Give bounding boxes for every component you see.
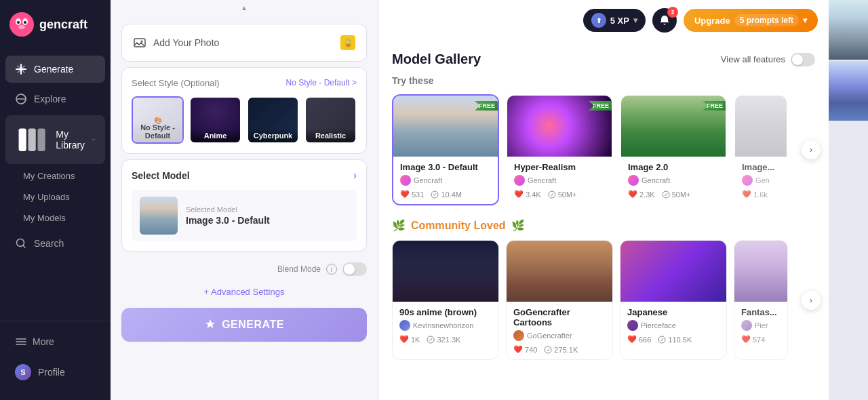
- model-card-hyper-realism[interactable]: FREE Hyper-Realism Gencraft ❤️ 3.4K 50M+: [506, 94, 613, 205]
- blend-info-icon[interactable]: i: [326, 264, 337, 275]
- selected-model-card[interactable]: Selected Model Image 3.0 - Default: [132, 190, 357, 241]
- community-uses: 321.3K: [427, 335, 460, 344]
- thumbnail-2[interactable]: [829, 61, 868, 121]
- community-card-name-3: Japanese: [627, 307, 719, 317]
- prompts-left: 5 prompts left: [734, 14, 799, 26]
- svg-rect-9: [38, 128, 45, 151]
- model-info: Selected Model Image 3.0 - Default: [186, 205, 270, 226]
- community-nav-next[interactable]: ›: [802, 291, 821, 310]
- model-card-name-2: Hyper-Realism: [514, 162, 605, 172]
- model-expand-icon[interactable]: ›: [353, 169, 357, 182]
- community-author-avatar-3: [627, 320, 638, 331]
- xp-icon: ⬆: [591, 13, 606, 28]
- generate-button[interactable]: GENERATE: [121, 308, 367, 342]
- model-card-author: Gencraft: [400, 175, 491, 186]
- sidebar-item-generate[interactable]: Generate: [5, 56, 105, 83]
- profile-label: Profile: [38, 367, 65, 378]
- model-card-info: Image 3.0 - Default Gencraft ❤️ 531 10.4…: [393, 157, 498, 204]
- model-card-stats-4: ❤️ 1.6k: [742, 190, 780, 199]
- view-all-features-label: View all features: [721, 54, 785, 64]
- model-card-image-3-default[interactable]: FREE Image 3.0 - Default Gencraft ❤️ 531…: [392, 94, 499, 205]
- community-card-japanese[interactable]: Japanese Pierceface ❤️ 666 110.5K: [620, 240, 727, 360]
- community-author-name-2: GoGencrafter: [527, 332, 572, 340]
- model-card-name-4: Image...: [742, 162, 780, 172]
- sidebar-item-profile[interactable]: S Profile: [5, 357, 105, 388]
- model-card-image-2[interactable]: FREE Image 2.0 Gencraft ❤️ 2.3K 50M+: [620, 94, 727, 205]
- community-card-stats: ❤️ 1K 321.3K: [399, 335, 492, 344]
- blend-mode-toggle[interactable]: [342, 262, 367, 276]
- community-card-info-4: Fantas... Pier ❤️ 574: [734, 302, 787, 349]
- thumbnail-1[interactable]: [829, 0, 868, 60]
- leaf-right-icon: 🌿: [511, 219, 525, 232]
- svg-rect-7: [19, 128, 26, 151]
- style-default-link[interactable]: No Style - Default >: [286, 78, 357, 87]
- model-card-name: Image 3.0 - Default: [400, 162, 491, 172]
- model-card-info-3: Image 2.0 Gencraft ❤️ 2.3K 50M+: [621, 157, 726, 204]
- community-card-author-2: GoGencrafter: [513, 330, 606, 341]
- community-card-author-3: Pierceface: [627, 320, 719, 331]
- blend-mode-row: Blend Mode i: [111, 257, 378, 281]
- lock-icon: 🔒: [340, 35, 355, 50]
- style-option-no-style[interactable]: 🎨 No Style - Default: [132, 96, 184, 144]
- logo: gencraft: [0, 0, 111, 49]
- community-card-author-4: Pier: [741, 320, 781, 331]
- community-card-90s-anime[interactable]: 90s anime (brown) Kevinsnewhorizon ❤️ 1K…: [392, 240, 499, 360]
- style-option-no-style-label: No Style - Default: [133, 121, 182, 142]
- author-name-2: Gencraft: [528, 176, 556, 184]
- model-header-title: Select Model: [132, 170, 190, 181]
- sidebar-item-my-creations[interactable]: My Creations: [14, 165, 111, 186]
- sidebar-item-generate-label: Generate: [34, 64, 73, 75]
- sidebar-item-search[interactable]: Search: [5, 230, 105, 257]
- xp-button[interactable]: ⬆ 5 XP ▾: [583, 9, 646, 32]
- community-card-name-2: GoGencrafter Cartoons: [513, 307, 606, 327]
- style-title: Select Style (Optional): [132, 77, 220, 88]
- author-name-3: Gencraft: [642, 176, 670, 184]
- sidebar-item-my-uploads[interactable]: My Uploads: [14, 186, 111, 207]
- community-title: Community Loved: [411, 220, 506, 232]
- style-option-anime[interactable]: Anime: [189, 96, 241, 144]
- uses-stat: 10.4M: [431, 190, 462, 199]
- model-card-image-4[interactable]: Image... Gen ❤️ 1.6k: [734, 94, 788, 205]
- style-section: Select Style (Optional) No Style - Defau…: [121, 67, 367, 154]
- upgrade-button[interactable]: Upgrade 5 prompts left ▾: [684, 9, 818, 32]
- community-likes-3: ❤️ 666: [627, 335, 651, 344]
- model-card-stats-3: ❤️ 2.3K 50M+: [628, 190, 719, 199]
- view-all-features-toggle[interactable]: [791, 53, 815, 66]
- view-all-features: View all features: [721, 53, 815, 66]
- community-author-avatar-4: [741, 320, 752, 331]
- style-optional: (Optional): [181, 78, 220, 88]
- sidebar-item-explore-label: Explore: [34, 94, 66, 104]
- svg-rect-8: [28, 128, 36, 151]
- community-card-stats-2: ❤️ 740 275.1K: [513, 345, 606, 354]
- models-nav-next[interactable]: ›: [802, 140, 821, 159]
- uses-stat-3: 50M+: [662, 190, 691, 199]
- style-option-realistic-label: Realistic: [306, 129, 355, 142]
- community-author-avatar: [399, 320, 410, 331]
- model-card-info-2: Hyper-Realism Gencraft ❤️ 3.4K 50M+: [507, 157, 612, 204]
- style-option-cyberpunk[interactable]: Cyberpunk: [247, 96, 299, 144]
- sidebar-item-my-models[interactable]: My Models: [14, 207, 111, 228]
- community-card-stats-3: ❤️ 666 110.5K: [627, 335, 719, 344]
- notification-badge: 2: [667, 7, 678, 18]
- creation-panel: ▲ Add Your Photo 🔒 Select Style (Optiona…: [111, 0, 378, 400]
- community-card-gogencrafter[interactable]: GoGencrafter Cartoons GoGencrafter ❤️ 74…: [506, 240, 613, 360]
- profile-avatar: S: [15, 364, 31, 380]
- advanced-settings[interactable]: + Advanced Settings: [111, 281, 378, 302]
- gallery-title: Model Gallery: [392, 52, 481, 67]
- sidebar-item-more-label: More: [33, 336, 54, 347]
- community-card-fantasy[interactable]: Fantas... Pier ❤️ 574: [734, 240, 788, 360]
- sidebar-item-explore[interactable]: Explore: [5, 85, 105, 113]
- xp-label: 5 XP: [610, 16, 629, 26]
- author-avatar-3: [628, 175, 639, 186]
- community-author-name-3: Pierceface: [641, 321, 676, 329]
- add-photo-section[interactable]: Add Your Photo 🔒: [121, 24, 367, 62]
- sidebar-item-my-library[interactable]: My Library: [5, 115, 105, 164]
- sidebar-bottom: More S Profile: [0, 321, 111, 400]
- model-card-stats: ❤️ 531 10.4M: [400, 190, 491, 199]
- style-option-realistic[interactable]: Realistic: [304, 96, 357, 144]
- community-card-author: Kevinsnewhorizon: [399, 320, 492, 331]
- notifications-button[interactable]: 2: [652, 8, 677, 33]
- likes-stat-4: ❤️ 1.6k: [742, 190, 768, 199]
- style-option-cyberpunk-label: Cyberpunk: [248, 129, 298, 142]
- sidebar-item-more[interactable]: More: [5, 328, 105, 355]
